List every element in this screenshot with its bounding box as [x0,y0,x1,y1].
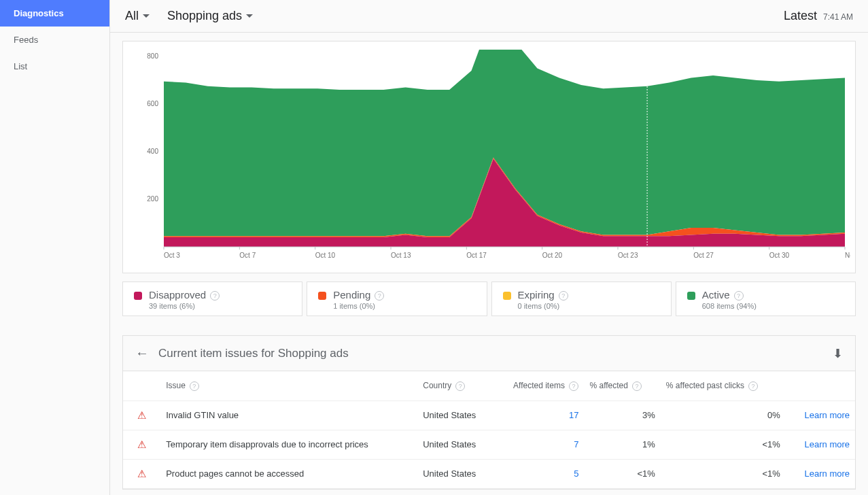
sidebar: DiagnosticsFeedsList [0,0,110,495]
chart-card: 200400600800Oct 3Oct 7Oct 10Oct 13Oct 17… [122,41,856,273]
pct-cell: 3% [584,400,660,430]
legend-swatch [318,292,326,300]
issues-card: ← Current item issues for Shopping ads ⬇… [122,335,856,490]
legend-card-active[interactable]: Active? 608 items (94%) [676,281,856,316]
svg-text:Oct 23: Oct 23 [618,252,638,259]
sidebar-item-diagnostics[interactable]: Diagnostics [0,0,109,27]
pct-cell: <1% [584,459,660,488]
help-icon[interactable]: ? [569,381,578,391]
help-icon[interactable]: ? [190,381,199,391]
legend-card-pending[interactable]: Pending? 1 items (0%) [307,281,487,316]
learn-more-link[interactable]: Learn more [805,439,850,449]
svg-text:Oct 10: Oct 10 [315,252,336,259]
back-arrow-icon[interactable]: ← [135,345,149,361]
svg-text:Oct 7: Oct 7 [239,252,256,259]
sidebar-item-list[interactable]: List [0,53,109,80]
chevron-down-icon [143,14,150,18]
pct-past-cell: <1% [661,459,786,488]
legend-swatch [503,292,511,300]
pct-past-cell: <1% [661,430,786,459]
svg-text:400: 400 [147,148,158,155]
country-cell: United States [417,459,508,488]
svg-text:600: 600 [147,100,158,107]
svg-text:Oct 27: Oct 27 [693,252,714,259]
latest-timestamp: Latest 7:41 AM [784,9,853,23]
table-row: ⚠ Temporary item disapprovals due to inc… [123,430,855,459]
issue-cell: Invalid GTIN value [160,400,417,430]
affected-link[interactable]: 5 [574,468,578,479]
affected-link[interactable]: 17 [569,410,578,420]
download-icon[interactable]: ⬇ [833,346,843,361]
legend-sub: 608 items (94%) [702,302,757,310]
svg-text:Oct 17: Oct 17 [466,252,487,259]
svg-text:200: 200 [147,195,158,203]
learn-more-link[interactable]: Learn more [805,410,850,420]
filter-shopping-ads[interactable]: Shopping ads [167,9,253,23]
chevron-down-icon [246,14,253,18]
help-icon[interactable]: ? [748,381,758,391]
svg-text:Nov 2: Nov 2 [845,252,850,259]
affected-link[interactable]: 7 [574,439,578,449]
pct-cell: 1% [584,430,660,459]
country-cell: United States [417,430,508,459]
legend-sub: 1 items (0%) [333,302,384,310]
help-icon[interactable]: ? [455,381,465,391]
help-icon[interactable]: ? [210,291,220,301]
legend-name: Disapproved? [149,289,220,301]
country-cell: United States [417,400,508,430]
col-pct: % affected? [584,371,660,400]
svg-text:Oct 3: Oct 3 [164,252,180,259]
issues-table: Issue? Country? Affected items? % affect… [123,371,855,489]
learn-more-link[interactable]: Learn more [805,468,850,479]
legend-sub: 39 items (6%) [149,302,220,310]
legend-swatch [134,292,142,300]
help-icon[interactable]: ? [734,291,744,301]
svg-text:Oct 20: Oct 20 [542,252,563,259]
topbar: All Shopping ads Latest 7:41 AM [110,0,868,33]
issue-cell: Temporary item disapprovals due to incor… [160,430,417,459]
issues-title: Current item issues for Shopping ads [158,347,349,360]
warning-icon: ⚠ [137,439,146,450]
legend-sub: 0 items (0%) [518,302,568,310]
legend-card-expiring[interactable]: Expiring? 0 items (0%) [491,281,672,316]
col-affected: Affected items? [508,371,584,400]
table-row: ⚠ Product pages cannot be accessed Unite… [123,459,855,488]
help-icon[interactable]: ? [375,291,384,301]
warning-icon: ⚠ [137,409,146,421]
col-pct-past: % affected past clicks? [661,371,786,400]
legend-name: Active? [702,289,757,301]
sidebar-item-feeds[interactable]: Feeds [0,27,109,53]
col-country: Country? [417,371,508,400]
stacked-area-chart: 200400600800Oct 3Oct 7Oct 10Oct 13Oct 17… [131,50,850,267]
legend-card-disapproved[interactable]: Disapproved? 39 items (6%) [122,281,302,316]
svg-text:Oct 13: Oct 13 [391,252,411,259]
filter-all[interactable]: All [125,9,150,23]
main-content: All Shopping ads Latest 7:41 AM 20040060… [110,0,868,495]
legend-name: Pending? [333,289,384,301]
help-icon[interactable]: ? [632,381,642,391]
issue-cell: Product pages cannot be accessed [160,459,417,488]
table-row: ⚠ Invalid GTIN value United States 17 3%… [123,400,855,430]
svg-text:800: 800 [147,52,158,60]
legend-row: Disapproved? 39 items (6%) Pending? 1 it… [122,281,856,316]
legend-swatch [687,292,695,300]
svg-text:Oct 30: Oct 30 [769,252,790,259]
col-issue: Issue? [160,371,417,400]
help-icon[interactable]: ? [559,291,568,301]
legend-name: Expiring? [518,289,568,301]
warning-icon: ⚠ [137,468,146,479]
pct-past-cell: 0% [661,400,786,430]
